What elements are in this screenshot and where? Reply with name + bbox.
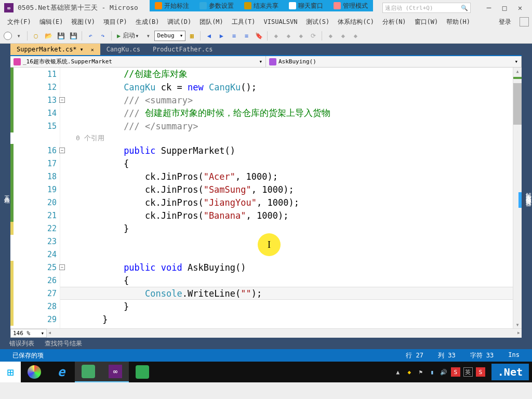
indent-inc-button[interactable]: ▶: [216, 30, 227, 42]
minimize-button[interactable]: ─: [481, 2, 497, 14]
tray-up-icon[interactable]: ▲: [394, 368, 402, 376]
code-line-21[interactable]: ck.JinPros("Banana", 1000);: [60, 209, 513, 222]
taskbar-ie[interactable]: e: [48, 362, 75, 382]
code-line-25[interactable]: public void AskBuying(): [60, 261, 513, 274]
code-line-26[interactable]: {: [60, 274, 513, 287]
login-link[interactable]: 登录: [495, 16, 515, 28]
redo-button[interactable]: ↷: [97, 30, 109, 42]
code-line-20[interactable]: ck.JinPros("JiangYou", 1000);: [60, 196, 513, 209]
code-line-13[interactable]: /// <summary>: [60, 94, 513, 107]
tray-vol-icon[interactable]: 🔊: [440, 368, 448, 376]
code-line-18[interactable]: ck.JinPros("Acer", 1000);: [60, 170, 513, 183]
menu-0[interactable]: 文件(F): [3, 16, 35, 28]
overlay-4[interactable]: 管理模式: [328, 0, 373, 11]
code-editor[interactable]: 111213−141516−171819202122232425−2627282…: [10, 68, 522, 328]
comment-button[interactable]: ≡: [228, 30, 240, 42]
bottom-tab-0[interactable]: 错误列表: [4, 339, 39, 348]
close-button[interactable]: ✕: [512, 2, 528, 14]
tray-ime1-icon[interactable]: S: [451, 367, 460, 377]
save-button[interactable]: 💾: [55, 30, 66, 42]
menu-13[interactable]: 帮助(H): [442, 16, 474, 28]
code-line-11[interactable]: //创建仓库对象: [60, 68, 513, 81]
horizontal-scrollbar[interactable]: ◂▸: [47, 329, 522, 338]
menu-6[interactable]: 团队(M): [195, 16, 228, 28]
svn6[interactable]: ◆: [337, 30, 349, 42]
config-combo[interactable]: Debug▾: [154, 31, 185, 41]
start-opts[interactable]: ▾: [142, 30, 154, 42]
indent-dec-button[interactable]: ◀: [203, 30, 215, 42]
menu-8[interactable]: VISUALSVN: [260, 16, 302, 28]
overlay-1[interactable]: 参数设置: [194, 0, 239, 11]
scroll-thumb[interactable]: [513, 83, 522, 125]
menu-5[interactable]: 调试(D): [163, 16, 195, 28]
open-button[interactable]: 📂: [43, 30, 54, 42]
code-line-23[interactable]: [60, 235, 513, 248]
code-line-16[interactable]: public SupperMarket(): [60, 144, 513, 157]
tb-misc1[interactable]: ▦: [186, 30, 197, 42]
new-button[interactable]: ▢: [30, 30, 42, 42]
menu-9[interactable]: 测试(S): [302, 16, 334, 28]
quick-launch-input[interactable]: 速启动 (Ctrl+Q)🔍: [382, 3, 471, 13]
tab-close-icon[interactable]: ✕: [91, 47, 94, 52]
bookmark-button[interactable]: 🔖: [253, 30, 264, 42]
menu-4[interactable]: 生成(B): [131, 16, 164, 28]
tray-net-icon[interactable]: ▮: [428, 368, 436, 376]
nav-fwd-button[interactable]: ▾: [13, 30, 24, 42]
solution-explorer-tab[interactable]: 解决方案资源管理器: [522, 44, 532, 338]
doc-tab-0[interactable]: SupperMarket.cs*▾✕: [10, 44, 100, 55]
uncomment-button[interactable]: ≡: [241, 30, 252, 42]
toolbox-panel-tab[interactable]: 工具箱: [0, 44, 10, 338]
menu-11[interactable]: 分析(N): [378, 16, 410, 28]
account-icon[interactable]: [520, 17, 529, 26]
vertical-scrollbar[interactable]: ▴ ▾: [513, 68, 522, 328]
undo-button[interactable]: ↶: [85, 30, 96, 42]
code-line-19[interactable]: ck.JinPros("SamSung", 1000);: [60, 183, 513, 196]
start-menu-button[interactable]: ⊞: [0, 362, 21, 382]
tray-ime3-icon[interactable]: S: [476, 367, 485, 377]
svn7[interactable]: ◆: [350, 30, 361, 42]
codelens-refs[interactable]: 0 个引用: [60, 132, 513, 144]
zoom-combo[interactable]: 146 %▾: [10, 329, 47, 338]
menu-7[interactable]: 工具(T): [228, 16, 260, 28]
overlay-3[interactable]: 聊天窗口: [284, 0, 328, 11]
saveall-button[interactable]: 💾: [68, 30, 79, 42]
taskbar-vs[interactable]: ∞: [102, 362, 129, 382]
nav-back-button[interactable]: [4, 32, 12, 40]
start-button[interactable]: ▶启动 ▾: [114, 31, 142, 40]
code-line-12[interactable]: CangKu ck = new CangKu();: [60, 81, 513, 94]
tray-ime2-icon[interactable]: 英: [463, 367, 473, 377]
taskbar-app3[interactable]: [129, 362, 156, 382]
member-combo[interactable]: AskBuying()▾: [266, 56, 522, 67]
class-combo[interactable]: _16超市收银系统.SupperMarket▾: [10, 56, 266, 67]
menu-10[interactable]: 体系结构(C): [334, 16, 378, 28]
code-line-24[interactable]: [60, 248, 513, 261]
menu-3[interactable]: 项目(P): [99, 16, 131, 28]
code-line-15[interactable]: /// </summary>: [60, 119, 513, 132]
doc-tab-2[interactable]: ProductFather.cs: [147, 44, 219, 55]
doc-tab-1[interactable]: CangKu.cs: [100, 44, 147, 55]
svn5[interactable]: ◆: [325, 30, 336, 42]
code-area[interactable]: I //创建仓库对象 CangKu ck = new CangKu(); ///…: [60, 68, 513, 328]
svn3[interactable]: ◆: [295, 30, 307, 42]
maximize-button[interactable]: □: [497, 2, 512, 14]
bottom-tab-1[interactable]: 查找符号结果: [39, 339, 87, 348]
code-line-22[interactable]: }: [60, 222, 513, 235]
svn2[interactable]: ◆: [283, 30, 294, 42]
taskbar-app2[interactable]: [75, 362, 102, 382]
svn1[interactable]: ◆: [270, 30, 282, 42]
code-line-14[interactable]: /// 创建超市对象的时候，给仓库的货架上导入货物: [60, 107, 513, 119]
code-line-29[interactable]: }: [60, 313, 513, 326]
tray-shield-icon[interactable]: ◆: [405, 368, 414, 376]
menu-12[interactable]: 窗口(W): [410, 16, 443, 28]
status-col: 列 33: [431, 351, 463, 360]
overlay-2[interactable]: 结束共享: [239, 0, 284, 11]
menu-1[interactable]: 编辑(E): [35, 16, 68, 28]
code-line-17[interactable]: {: [60, 157, 513, 170]
svn4[interactable]: ⟳: [308, 30, 319, 42]
code-line-28[interactable]: }: [60, 300, 513, 313]
taskbar-app1[interactable]: [21, 362, 48, 382]
menu-2[interactable]: 视图(V): [67, 16, 99, 28]
code-line-27[interactable]: Console.WriteLine("");: [60, 287, 513, 300]
overlay-0[interactable]: 开始标注: [150, 0, 194, 11]
tray-flag-icon[interactable]: ⚑: [417, 368, 425, 376]
